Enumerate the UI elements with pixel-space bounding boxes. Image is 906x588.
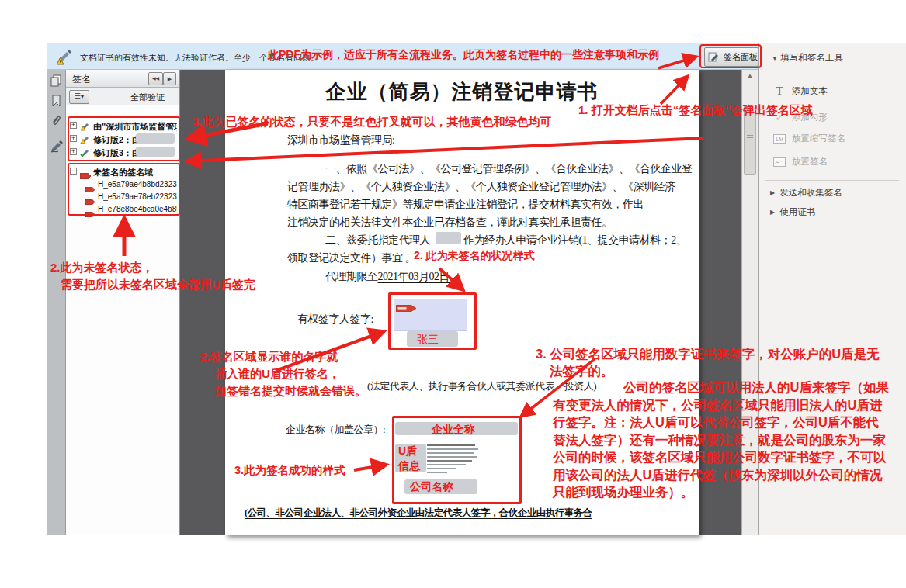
document-title: 企业（简易）注销登记申请书 bbox=[225, 78, 699, 105]
agency-suffix: 。 bbox=[450, 271, 460, 282]
document-footer: (公司、非公司企业法人、非公司外资企业由法定代表人签字，合伙企业由执行事务合 bbox=[245, 507, 592, 520]
add-text-tool[interactable]: T 添加文本 bbox=[773, 85, 828, 98]
annotation-success-style: 3.此为签名成功的样式 bbox=[234, 463, 345, 478]
highlight-box-unsigned-items bbox=[68, 163, 180, 216]
agency-prefix: 代理期限至 bbox=[325, 271, 378, 282]
signatures-pane-icon[interactable] bbox=[50, 140, 64, 156]
place-signature-icon bbox=[773, 157, 786, 167]
annotation-signed-status: 3.此为已签名的状态，只要不是红色打叉就可以，其他黄色和绿色均可 bbox=[193, 115, 552, 130]
signature-panel-titlebar: 签名 ◀◀ ▶ bbox=[66, 70, 179, 88]
highlight-box-signed-seal bbox=[392, 416, 522, 504]
panel-expand-button[interactable]: ▶ bbox=[163, 72, 176, 85]
paragraph-line: 记管理办法》、《个人独资企业法》、《个人独资企业登记管理办法》、《深圳经济 bbox=[287, 180, 675, 194]
annotation-open-panel: 1. 打开文档后点击“签名面板”会弹出签名区域 bbox=[578, 103, 813, 118]
annotation-unsigned-status: 需要把所以未签名区域全部用U盾签完 bbox=[61, 278, 255, 292]
annotation-name-match: 2.签名区域显示谁的名字就 bbox=[200, 350, 338, 365]
paragraph-line: 二、兹委托指定代理人 bbox=[325, 233, 430, 247]
use-certificates-label: 使用证书 bbox=[779, 206, 815, 218]
place-initials-icon: LM bbox=[773, 134, 786, 144]
fill-sign-tools-header[interactable]: ▼ 填写和签名工具 bbox=[772, 52, 843, 64]
highlight-box-signature-panel-button bbox=[699, 44, 762, 68]
highlight-box-signed-items bbox=[68, 116, 180, 161]
legal-representative-note: (法定代表人、执行事务合伙人或其委派代表、投资人) bbox=[367, 379, 596, 393]
agency-deadline-line: 代理期限至2021年03月02日。 bbox=[325, 270, 460, 284]
annotation-name-match: 插入谁的U盾进行签名， bbox=[215, 367, 340, 382]
send-collect-signatures-section[interactable]: ▶ 发送和收集签名 bbox=[770, 187, 842, 199]
company-name-label: 企业名称（加盖公章）: bbox=[286, 423, 385, 437]
highlight-box-unsigned-field bbox=[388, 292, 477, 350]
add-text-label: 添加文本 bbox=[792, 85, 828, 97]
annotation-company-note: 用该公司的法人U盾进行代签（股东为深圳以外公司的情况 bbox=[553, 467, 882, 484]
annotation-name-match: 如签错名提交时候就会错误。 bbox=[215, 384, 366, 399]
annotation-company-note: 替法人签字）还有一种情况要注意，就是公司的股东为一家 bbox=[553, 432, 886, 449]
panel-separator bbox=[765, 180, 899, 181]
fill-sign-tools-header-label: 填写和签名工具 bbox=[780, 53, 843, 62]
bookmarks-icon[interactable] bbox=[51, 95, 61, 110]
page-thumbnails-icon[interactable] bbox=[50, 74, 62, 90]
place-signature-tool[interactable]: 放置签名 bbox=[773, 156, 828, 168]
annotation-company-note: 法签字的。 bbox=[550, 363, 614, 380]
panel-collapse-button[interactable]: ◀◀ bbox=[148, 72, 163, 85]
send-collect-label: 发送和收集签名 bbox=[779, 187, 842, 199]
salutation: 深圳市市场监督管理局: bbox=[287, 133, 394, 147]
chevron-right-icon: ▶ bbox=[770, 189, 775, 196]
annotation-company-note: 3. 公司签名区域只能用数字证书来签字，对公账户的U盾是无 bbox=[536, 346, 880, 363]
options-menu-icon[interactable]: ☰▾ bbox=[69, 90, 89, 104]
annotation-company-note: 公司的签名区域可以用法人的U盾来签字（如果 bbox=[623, 379, 889, 396]
add-text-icon: T bbox=[773, 85, 786, 98]
pdf-viewer-window: 文档证书的有效性未知。无法验证作者。至少一个签名有问题。 签名面板 bbox=[0, 0, 906, 588]
signature-warning-icon bbox=[54, 47, 74, 69]
annotation-company-note: 公司的时候，该签名区域只能用公司数字证书签字，不可以 bbox=[553, 449, 886, 466]
work-with-certificates-section[interactable]: ▶ 使用证书 bbox=[770, 206, 815, 218]
annotation-company-note: 行签字。注：法人U盾可以代替公司签字，公司U盾不能代 bbox=[553, 414, 879, 431]
validate-all-button[interactable]: 全部验证 bbox=[130, 92, 165, 103]
attachments-icon[interactable] bbox=[50, 115, 63, 130]
paragraph-line: 领取登记决定文件）事宜 。 bbox=[287, 251, 415, 265]
agency-date: 2021年03月02日 bbox=[378, 271, 450, 282]
place-initials-tool[interactable]: LM 放置缩写签名 bbox=[773, 133, 845, 144]
chevron-down-icon: ▼ bbox=[772, 55, 778, 62]
paragraph-line: 特区商事登记若干规定》等规定申请企业注销登记，提交材料真实有效，作出 bbox=[287, 198, 644, 212]
navigation-pane-strip bbox=[47, 70, 66, 535]
signer-label: 有权签字人签字: bbox=[297, 313, 373, 327]
scroll-up-icon[interactable]: ▲ bbox=[747, 72, 753, 79]
annotation-company-note: 有变更法人的情况下，公司签名区域只能用旧法人的U盾进 bbox=[553, 397, 882, 414]
redacted-agent-name bbox=[436, 232, 461, 244]
annotation-unsigned-status: 2.此为未签名状态， bbox=[50, 261, 154, 275]
paragraph-line: 注销决定的相关法律文件本企业已存档备查，谨此对真实性承担责任。 bbox=[287, 216, 613, 230]
paragraph-line: 作为经办人申请企业注销(1、提交申请材料；2、 bbox=[463, 233, 686, 247]
signature-panel-toolbar: ☰▾ 全部验证 bbox=[66, 88, 179, 105]
place-initials-label: 放置缩写签名 bbox=[792, 133, 845, 144]
annotation-company-note: 只能到现场办理业务）。 bbox=[553, 484, 694, 501]
annotation-unsigned-style: 2. 此为未签名的状况样式 bbox=[414, 249, 535, 263]
signature-panel-title: 签名 bbox=[72, 73, 91, 86]
paragraph-line: 一、依照《公司法》、《公司登记管理条例》、《合伙企业法》、《合伙企业登 bbox=[325, 162, 693, 176]
place-signature-label: 放置签名 bbox=[792, 156, 828, 168]
annotation-top-note: 此PDF为示例，适应于所有全流程业务。此页为签名过程中的一些注意事项和示例 bbox=[268, 48, 659, 62]
chevron-right-icon: ▶ bbox=[770, 209, 775, 216]
